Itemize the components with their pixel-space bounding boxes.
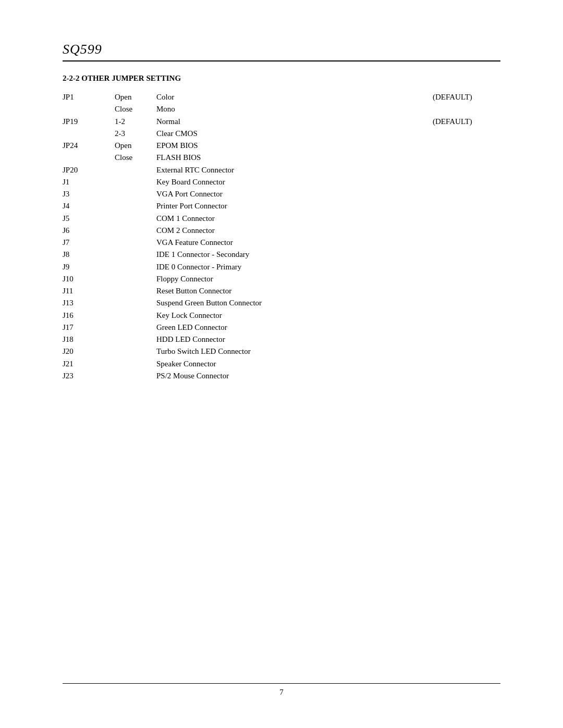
jumper-description: VGA Port Connector (156, 188, 433, 200)
section-heading: 2-2-2 OTHER JUMPER SETTING (63, 74, 500, 83)
table-row: J9IDE 0 Connector - Primary (63, 261, 500, 273)
jumper-description: Suspend Green Button Connector (156, 297, 433, 309)
jumper-label: J9 (63, 261, 115, 273)
jumper-description: VGA Feature Connector (156, 237, 433, 249)
jumper-description: IDE 0 Connector - Primary (156, 261, 433, 273)
jumper-description: PS/2 Mouse Connector (156, 370, 433, 382)
jumper-setting: Close (115, 152, 156, 164)
header-section: SQ599 (63, 42, 500, 61)
page: SQ599 2-2-2 OTHER JUMPER SETTING JP1Open… (0, 0, 563, 728)
jumper-label: J3 (63, 188, 115, 200)
jumper-description: COM 2 Connector (156, 225, 433, 237)
jumper-label: J6 (63, 225, 115, 237)
jumper-label: JP1 (63, 91, 115, 103)
jumper-description: Floppy Connector (156, 273, 433, 285)
page-number: 7 (279, 688, 284, 697)
table-row: CloseMono (63, 103, 500, 115)
table-row: 2-3Clear CMOS (63, 128, 500, 140)
jumper-label: J5 (63, 213, 115, 225)
jumper-description: Key Board Connector (156, 176, 433, 188)
jumper-setting: Close (115, 103, 156, 115)
jumper-description: Key Lock Connector (156, 310, 433, 322)
table-row: J6COM 2 Connector (63, 225, 500, 237)
jumper-description: Normal (156, 116, 433, 128)
jumper-description: Reset Button Connector (156, 285, 433, 297)
table-row: J5COM 1 Connector (63, 213, 500, 225)
jumper-label: JP19 (63, 116, 115, 128)
table-row: J7VGA Feature Connector (63, 237, 500, 249)
jumper-label: J7 (63, 237, 115, 249)
table-row: J4Printer Port Connector (63, 200, 500, 212)
table-row: J21Speaker Connector (63, 358, 500, 370)
jumper-label: J18 (63, 334, 115, 346)
table-row: J13Suspend Green Button Connector (63, 297, 500, 309)
jumper-setting: 2-3 (115, 128, 156, 140)
jumper-table: JP1OpenColor(DEFAULT)CloseMonoJP191-2Nor… (63, 91, 500, 382)
jumper-description: External RTC Connector (156, 164, 433, 176)
jumper-description: EPOM BIOS (156, 140, 433, 152)
page-title: SQ599 (63, 42, 102, 57)
table-row: JP191-2Normal(DEFAULT) (63, 116, 500, 128)
table-row: J10Floppy Connector (63, 273, 500, 285)
table-row: J23PS/2 Mouse Connector (63, 370, 500, 382)
table-row: J8IDE 1 Connector - Secondary (63, 249, 500, 261)
jumper-description: Clear CMOS (156, 128, 433, 140)
jumper-label: J11 (63, 285, 115, 297)
jumper-label: J8 (63, 249, 115, 261)
jumper-setting: Open (115, 91, 156, 103)
jumper-description: IDE 1 Connector - Secondary (156, 249, 433, 261)
jumper-description: Mono (156, 103, 433, 115)
jumper-default: (DEFAULT) (433, 91, 500, 103)
table-row: J17Green LED Connector (63, 322, 500, 334)
jumper-setting: Open (115, 140, 156, 152)
jumper-label: J20 (63, 346, 115, 357)
jumper-description: Color (156, 91, 433, 103)
jumper-description: COM 1 Connector (156, 213, 433, 225)
table-row: J18HDD LED Connector (63, 334, 500, 346)
jumper-default: (DEFAULT) (433, 116, 500, 128)
jumper-label: J21 (63, 358, 115, 370)
jumper-setting: 1-2 (115, 116, 156, 128)
table-row: JP20External RTC Connector (63, 164, 500, 176)
jumper-description: HDD LED Connector (156, 334, 433, 346)
jumper-label: J4 (63, 200, 115, 212)
jumper-description: Turbo Switch LED Connector (156, 346, 433, 357)
footer: 7 (0, 683, 563, 697)
jumper-description: FLASH BIOS (156, 152, 433, 164)
jumper-description: Speaker Connector (156, 358, 433, 370)
jumper-label: J23 (63, 370, 115, 382)
jumper-label: JP20 (63, 164, 115, 176)
jumper-label: J1 (63, 176, 115, 188)
table-row: J16Key Lock Connector (63, 310, 500, 322)
jumper-label: J17 (63, 322, 115, 334)
footer-divider (63, 683, 500, 684)
jumper-description: Green LED Connector (156, 322, 433, 334)
jumper-label: J10 (63, 273, 115, 285)
table-row: J11Reset Button Connector (63, 285, 500, 297)
jumper-label: J13 (63, 297, 115, 309)
table-row: J1Key Board Connector (63, 176, 500, 188)
table-row: CloseFLASH BIOS (63, 152, 500, 164)
table-row: J20Turbo Switch LED Connector (63, 346, 500, 357)
table-row: JP1OpenColor(DEFAULT) (63, 91, 500, 103)
jumper-label: J16 (63, 310, 115, 322)
jumper-label: JP24 (63, 140, 115, 152)
table-row: JP24OpenEPOM BIOS (63, 140, 500, 152)
table-row: J3VGA Port Connector (63, 188, 500, 200)
jumper-description: Printer Port Connector (156, 200, 433, 212)
